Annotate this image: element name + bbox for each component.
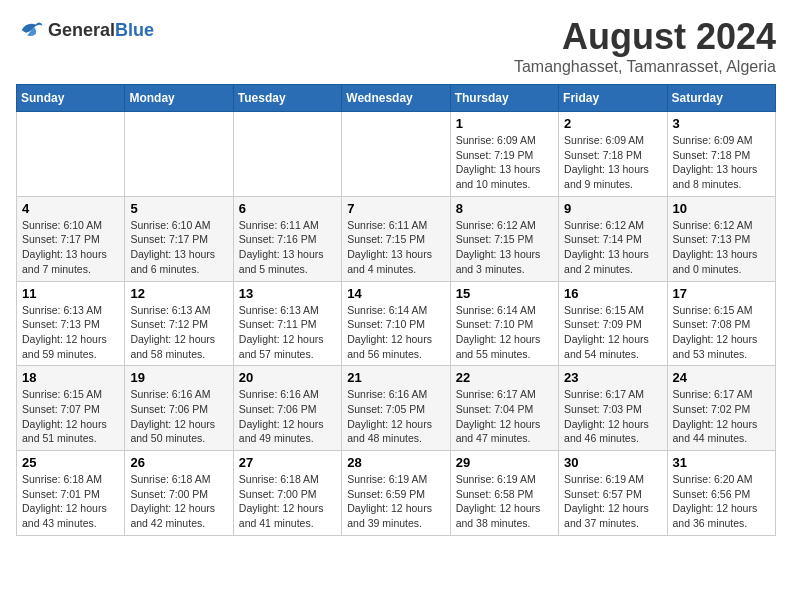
day-number: 21 xyxy=(347,370,444,385)
logo: GeneralBlue xyxy=(16,16,154,44)
calendar-cell xyxy=(17,112,125,197)
day-info: Sunrise: 6:18 AM Sunset: 7:00 PM Dayligh… xyxy=(239,472,336,531)
day-number: 1 xyxy=(456,116,553,131)
calendar-cell: 30Sunrise: 6:19 AM Sunset: 6:57 PM Dayli… xyxy=(559,451,667,536)
day-number: 15 xyxy=(456,286,553,301)
day-number: 30 xyxy=(564,455,661,470)
day-number: 14 xyxy=(347,286,444,301)
calendar-cell xyxy=(342,112,450,197)
calendar-cell: 27Sunrise: 6:18 AM Sunset: 7:00 PM Dayli… xyxy=(233,451,341,536)
calendar-cell: 7Sunrise: 6:11 AM Sunset: 7:15 PM Daylig… xyxy=(342,196,450,281)
day-info: Sunrise: 6:16 AM Sunset: 7:05 PM Dayligh… xyxy=(347,387,444,446)
day-info: Sunrise: 6:13 AM Sunset: 7:11 PM Dayligh… xyxy=(239,303,336,362)
day-header-sunday: Sunday xyxy=(17,85,125,112)
day-header-thursday: Thursday xyxy=(450,85,558,112)
day-number: 10 xyxy=(673,201,770,216)
calendar-cell xyxy=(125,112,233,197)
calendar-week-3: 11Sunrise: 6:13 AM Sunset: 7:13 PM Dayli… xyxy=(17,281,776,366)
main-title: August 2024 xyxy=(514,16,776,58)
day-number: 23 xyxy=(564,370,661,385)
calendar-week-1: 1Sunrise: 6:09 AM Sunset: 7:19 PM Daylig… xyxy=(17,112,776,197)
day-info: Sunrise: 6:11 AM Sunset: 7:16 PM Dayligh… xyxy=(239,218,336,277)
day-number: 2 xyxy=(564,116,661,131)
calendar-cell: 14Sunrise: 6:14 AM Sunset: 7:10 PM Dayli… xyxy=(342,281,450,366)
day-info: Sunrise: 6:09 AM Sunset: 7:18 PM Dayligh… xyxy=(564,133,661,192)
day-info: Sunrise: 6:10 AM Sunset: 7:17 PM Dayligh… xyxy=(130,218,227,277)
day-header-saturday: Saturday xyxy=(667,85,775,112)
day-info: Sunrise: 6:09 AM Sunset: 7:18 PM Dayligh… xyxy=(673,133,770,192)
day-info: Sunrise: 6:15 AM Sunset: 7:08 PM Dayligh… xyxy=(673,303,770,362)
day-number: 6 xyxy=(239,201,336,216)
calendar-cell: 31Sunrise: 6:20 AM Sunset: 6:56 PM Dayli… xyxy=(667,451,775,536)
day-header-row: SundayMondayTuesdayWednesdayThursdayFrid… xyxy=(17,85,776,112)
day-number: 5 xyxy=(130,201,227,216)
day-info: Sunrise: 6:09 AM Sunset: 7:19 PM Dayligh… xyxy=(456,133,553,192)
calendar-cell: 15Sunrise: 6:14 AM Sunset: 7:10 PM Dayli… xyxy=(450,281,558,366)
day-info: Sunrise: 6:19 AM Sunset: 6:57 PM Dayligh… xyxy=(564,472,661,531)
logo-bird-icon xyxy=(16,16,44,44)
day-info: Sunrise: 6:19 AM Sunset: 6:58 PM Dayligh… xyxy=(456,472,553,531)
calendar-cell: 19Sunrise: 6:16 AM Sunset: 7:06 PM Dayli… xyxy=(125,366,233,451)
calendar-week-5: 25Sunrise: 6:18 AM Sunset: 7:01 PM Dayli… xyxy=(17,451,776,536)
day-number: 11 xyxy=(22,286,119,301)
day-number: 18 xyxy=(22,370,119,385)
day-info: Sunrise: 6:13 AM Sunset: 7:12 PM Dayligh… xyxy=(130,303,227,362)
day-info: Sunrise: 6:20 AM Sunset: 6:56 PM Dayligh… xyxy=(673,472,770,531)
day-header-monday: Monday xyxy=(125,85,233,112)
calendar-table: SundayMondayTuesdayWednesdayThursdayFrid… xyxy=(16,84,776,536)
subtitle: Tamanghasset, Tamanrasset, Algeria xyxy=(514,58,776,76)
day-number: 20 xyxy=(239,370,336,385)
day-info: Sunrise: 6:12 AM Sunset: 7:15 PM Dayligh… xyxy=(456,218,553,277)
day-header-friday: Friday xyxy=(559,85,667,112)
calendar-cell: 2Sunrise: 6:09 AM Sunset: 7:18 PM Daylig… xyxy=(559,112,667,197)
calendar-cell: 29Sunrise: 6:19 AM Sunset: 6:58 PM Dayli… xyxy=(450,451,558,536)
day-info: Sunrise: 6:16 AM Sunset: 7:06 PM Dayligh… xyxy=(130,387,227,446)
day-info: Sunrise: 6:17 AM Sunset: 7:02 PM Dayligh… xyxy=(673,387,770,446)
day-number: 9 xyxy=(564,201,661,216)
day-number: 31 xyxy=(673,455,770,470)
day-number: 17 xyxy=(673,286,770,301)
calendar-cell: 3Sunrise: 6:09 AM Sunset: 7:18 PM Daylig… xyxy=(667,112,775,197)
day-number: 29 xyxy=(456,455,553,470)
calendar-cell: 24Sunrise: 6:17 AM Sunset: 7:02 PM Dayli… xyxy=(667,366,775,451)
day-number: 13 xyxy=(239,286,336,301)
calendar-cell: 12Sunrise: 6:13 AM Sunset: 7:12 PM Dayli… xyxy=(125,281,233,366)
calendar-cell: 9Sunrise: 6:12 AM Sunset: 7:14 PM Daylig… xyxy=(559,196,667,281)
calendar-week-4: 18Sunrise: 6:15 AM Sunset: 7:07 PM Dayli… xyxy=(17,366,776,451)
day-info: Sunrise: 6:10 AM Sunset: 7:17 PM Dayligh… xyxy=(22,218,119,277)
calendar-cell: 26Sunrise: 6:18 AM Sunset: 7:00 PM Dayli… xyxy=(125,451,233,536)
day-info: Sunrise: 6:16 AM Sunset: 7:06 PM Dayligh… xyxy=(239,387,336,446)
calendar-cell: 25Sunrise: 6:18 AM Sunset: 7:01 PM Dayli… xyxy=(17,451,125,536)
calendar-cell: 4Sunrise: 6:10 AM Sunset: 7:17 PM Daylig… xyxy=(17,196,125,281)
day-number: 3 xyxy=(673,116,770,131)
day-number: 28 xyxy=(347,455,444,470)
title-area: August 2024 Tamanghasset, Tamanrasset, A… xyxy=(514,16,776,76)
day-number: 16 xyxy=(564,286,661,301)
day-number: 27 xyxy=(239,455,336,470)
calendar-cell: 17Sunrise: 6:15 AM Sunset: 7:08 PM Dayli… xyxy=(667,281,775,366)
calendar-cell: 28Sunrise: 6:19 AM Sunset: 6:59 PM Dayli… xyxy=(342,451,450,536)
day-number: 24 xyxy=(673,370,770,385)
day-info: Sunrise: 6:18 AM Sunset: 7:00 PM Dayligh… xyxy=(130,472,227,531)
day-number: 8 xyxy=(456,201,553,216)
calendar-cell: 13Sunrise: 6:13 AM Sunset: 7:11 PM Dayli… xyxy=(233,281,341,366)
day-info: Sunrise: 6:12 AM Sunset: 7:14 PM Dayligh… xyxy=(564,218,661,277)
day-number: 26 xyxy=(130,455,227,470)
calendar-cell: 23Sunrise: 6:17 AM Sunset: 7:03 PM Dayli… xyxy=(559,366,667,451)
logo-general-text: General xyxy=(48,20,115,40)
calendar-cell: 1Sunrise: 6:09 AM Sunset: 7:19 PM Daylig… xyxy=(450,112,558,197)
day-info: Sunrise: 6:19 AM Sunset: 6:59 PM Dayligh… xyxy=(347,472,444,531)
calendar-cell: 21Sunrise: 6:16 AM Sunset: 7:05 PM Dayli… xyxy=(342,366,450,451)
day-info: Sunrise: 6:17 AM Sunset: 7:03 PM Dayligh… xyxy=(564,387,661,446)
day-info: Sunrise: 6:14 AM Sunset: 7:10 PM Dayligh… xyxy=(456,303,553,362)
calendar-cell: 16Sunrise: 6:15 AM Sunset: 7:09 PM Dayli… xyxy=(559,281,667,366)
day-number: 19 xyxy=(130,370,227,385)
calendar-week-2: 4Sunrise: 6:10 AM Sunset: 7:17 PM Daylig… xyxy=(17,196,776,281)
day-info: Sunrise: 6:13 AM Sunset: 7:13 PM Dayligh… xyxy=(22,303,119,362)
calendar-cell: 6Sunrise: 6:11 AM Sunset: 7:16 PM Daylig… xyxy=(233,196,341,281)
logo-blue-text: Blue xyxy=(115,20,154,40)
calendar-cell: 10Sunrise: 6:12 AM Sunset: 7:13 PM Dayli… xyxy=(667,196,775,281)
day-info: Sunrise: 6:11 AM Sunset: 7:15 PM Dayligh… xyxy=(347,218,444,277)
day-number: 4 xyxy=(22,201,119,216)
calendar-cell: 8Sunrise: 6:12 AM Sunset: 7:15 PM Daylig… xyxy=(450,196,558,281)
